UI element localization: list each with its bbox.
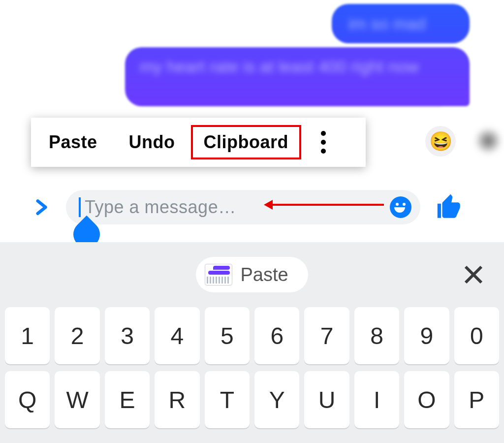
- chat-area: im so mad my heart rate is at least 400 …: [0, 0, 504, 242]
- keyboard-key[interactable]: 2: [55, 307, 99, 364]
- context-menu-paste[interactable]: Paste: [49, 132, 97, 153]
- keyboard-key[interactable]: 9: [404, 307, 449, 364]
- keyboard-suggestion-bar: Paste: [0, 242, 504, 307]
- keyboard-key[interactable]: I: [354, 371, 399, 428]
- message-input[interactable]: Type a message…: [66, 190, 420, 224]
- emoji-picker-button[interactable]: [390, 196, 411, 218]
- keyboard-key[interactable]: W: [55, 371, 99, 428]
- send-like-button[interactable]: [435, 193, 464, 222]
- vertical-dots-icon: [321, 131, 326, 136]
- keyboard-key[interactable]: 5: [205, 307, 250, 364]
- keyboard-key[interactable]: 6: [254, 307, 299, 364]
- message-reaction[interactable]: 😆: [425, 126, 456, 157]
- keyboard-paste-suggestion[interactable]: Paste: [196, 257, 308, 292]
- soft-keyboard: Paste 1234567890 QWERTYUIOP: [0, 242, 504, 443]
- keyboard-key[interactable]: 3: [105, 307, 150, 364]
- text-cursor: [79, 197, 81, 217]
- sent-message-bubble[interactable]: my heart rate is at least 400 right now: [125, 47, 470, 106]
- avatar: [474, 127, 502, 155]
- timestamp-smudge: [441, 109, 471, 126]
- keyboard-key[interactable]: E: [105, 371, 150, 428]
- context-menu-clipboard[interactable]: Clipboard: [204, 132, 289, 152]
- keyboard-key[interactable]: P: [454, 371, 499, 428]
- laughing-emoji-icon: 😆: [429, 130, 452, 152]
- sent-message-bubble[interactable]: im so mad: [332, 4, 470, 43]
- keyboard-key[interactable]: R: [155, 371, 199, 428]
- keyboard-row: QWERTYUIOP: [5, 371, 499, 428]
- expand-attachments-button[interactable]: [32, 198, 50, 217]
- sent-message-text: my heart rate is at least 400 right now: [140, 57, 419, 76]
- keyboard-row: 1234567890: [5, 307, 499, 364]
- text-context-menu: Paste Undo Clipboard: [31, 118, 366, 167]
- message-input-placeholder: Type a message…: [85, 197, 236, 218]
- keyboard-key[interactable]: O: [404, 371, 449, 428]
- keyboard-key[interactable]: 1: [5, 307, 50, 364]
- chevron-right-icon: [32, 198, 50, 217]
- keyboard-key[interactable]: 0: [454, 307, 499, 364]
- context-menu-overflow[interactable]: [321, 131, 326, 154]
- close-icon: [462, 263, 485, 286]
- keyboard-key[interactable]: U: [304, 371, 349, 428]
- keyboard-key[interactable]: 8: [354, 307, 399, 364]
- context-menu-undo[interactable]: Undo: [129, 132, 175, 153]
- dismiss-suggestion-button[interactable]: [462, 263, 485, 286]
- keyboard-paste-label: Paste: [240, 264, 288, 285]
- keyboard-key[interactable]: Y: [254, 371, 299, 428]
- keyboard-key[interactable]: 4: [155, 307, 199, 364]
- keyboard-keys: 1234567890 QWERTYUIOP: [0, 307, 504, 428]
- clipboard-preview-thumbnail: [205, 264, 232, 285]
- thumbs-up-icon: [435, 193, 464, 222]
- message-input-row: Type a message…: [0, 188, 504, 226]
- annotation-highlight-box: Clipboard: [191, 125, 302, 159]
- keyboard-key[interactable]: 7: [304, 307, 349, 364]
- annotation-arrow: [271, 204, 384, 206]
- sent-message-text: im so mad: [348, 13, 426, 34]
- keyboard-key[interactable]: Q: [5, 371, 50, 428]
- keyboard-key[interactable]: T: [205, 371, 250, 428]
